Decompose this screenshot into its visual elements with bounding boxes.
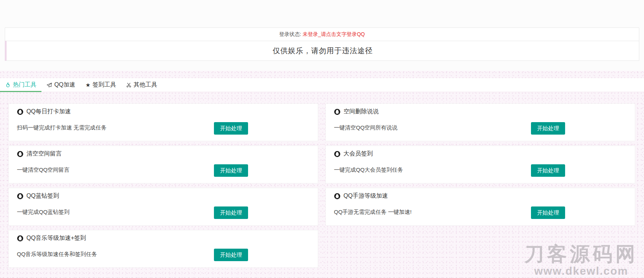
disclaimer-bar: 仅供娱乐，请勿用于违法途径 xyxy=(5,41,639,61)
qq-icon xyxy=(334,193,341,200)
tab-label: 签到工具 xyxy=(92,81,116,89)
tab-checkin-tools[interactable]: ★ 签到工具 xyxy=(80,78,121,92)
star-icon: ★ xyxy=(85,82,90,88)
start-process-button[interactable]: 开始处理 xyxy=(214,249,248,261)
start-process-button[interactable]: 开始处理 xyxy=(214,164,248,177)
login-status-label: 登录状态: xyxy=(279,31,301,38)
tab-label: QQ加速 xyxy=(54,81,75,89)
card-title-row: 清空空间留言 xyxy=(17,150,62,158)
card-title: QQ音乐等级加速+签到 xyxy=(26,234,86,242)
card-description: 一键清空QQ空间留言 xyxy=(17,167,69,173)
flame-icon xyxy=(5,82,11,88)
login-status-bar: 登录状态: 未登录_请点击文字登录QQ xyxy=(5,28,639,41)
card-title-row: QQ音乐等级加速+签到 xyxy=(17,234,86,242)
tool-card: 清空空间留言 一键清空QQ空间留言 开始处理 xyxy=(8,146,318,183)
scissors-icon xyxy=(126,83,131,88)
start-process-button[interactable]: 开始处理 xyxy=(531,122,565,135)
login-link[interactable]: 未登录_请点击文字登录QQ xyxy=(303,31,365,38)
tool-card: QQ手游等级加速 QQ手游无需完成任务 一键加速! 开始处理 xyxy=(325,188,635,226)
card-title: QQ蓝钻签到 xyxy=(26,192,59,200)
card-description: 一键完成QQ蓝钻签到 xyxy=(17,209,69,216)
watermark-url: www.dkewl.com xyxy=(524,266,638,277)
card-title-row: QQ手游等级加速 xyxy=(334,192,388,200)
qq-icon xyxy=(17,109,23,115)
tool-tabbar: 热门工具 QQ加速 ★ 签到工具 其他工具 xyxy=(0,78,644,92)
card-title: QQ每日打卡加速 xyxy=(26,108,71,116)
site-watermark: 刀客源码网 www.dkewl.com xyxy=(524,244,638,277)
card-title: 空间删除说说 xyxy=(343,108,379,116)
watermark-title: 刀客源码网 xyxy=(524,244,638,264)
tab-qq-speedup[interactable]: QQ加速 xyxy=(41,78,80,92)
qq-icon xyxy=(17,193,23,200)
tool-card: 空间删除说说 一键清空QQ空间所有说说 开始处理 xyxy=(325,103,635,141)
start-process-button[interactable]: 开始处理 xyxy=(214,206,248,219)
card-title-row: 空间删除说说 xyxy=(334,108,379,116)
card-description: QQ手游无需完成任务 一键加速! xyxy=(334,209,412,216)
card-title-row: QQ蓝钻签到 xyxy=(17,192,59,200)
qq-icon xyxy=(334,109,341,115)
tab-label: 其他工具 xyxy=(134,81,157,89)
paper-plane-icon xyxy=(47,83,52,88)
tab-hot-tools[interactable]: 热门工具 xyxy=(0,78,41,92)
tool-card: QQ每日打卡加速 扫码一键完成打卡加速 无需完成任务 开始处理 xyxy=(8,103,318,141)
qq-icon xyxy=(17,151,23,157)
card-title: 大会员签到 xyxy=(343,150,373,158)
card-title-row: QQ每日打卡加速 xyxy=(17,108,71,116)
card-title: 清空空间留言 xyxy=(26,150,62,158)
start-process-button[interactable]: 开始处理 xyxy=(531,206,565,219)
card-title-row: 大会员签到 xyxy=(334,150,373,158)
card-description: 一键完成QQ大会员签到任务 xyxy=(334,167,403,173)
card-title: QQ手游等级加速 xyxy=(343,192,388,200)
disclaimer-text: 仅供娱乐，请勿用于违法途径 xyxy=(273,46,373,56)
tool-card: QQ音乐等级加速+签到 QQ音乐等级加速任务和签到任务 开始处理 xyxy=(8,230,318,268)
qq-icon xyxy=(334,151,341,157)
tab-label: 热门工具 xyxy=(13,81,36,89)
card-description: 一键清空QQ空间所有说说 xyxy=(334,124,397,131)
tool-card: 大会员签到 一键完成QQ大会员签到任务 开始处理 xyxy=(325,146,635,183)
qq-icon xyxy=(17,235,23,242)
start-process-button[interactable]: 开始处理 xyxy=(214,122,248,135)
card-description: 扫码一键完成打卡加速 无需完成任务 xyxy=(17,124,106,131)
tab-other-tools[interactable]: 其他工具 xyxy=(121,78,162,92)
tool-card: QQ蓝钻签到 一键完成QQ蓝钻签到 开始处理 xyxy=(8,188,318,226)
start-process-button[interactable]: 开始处理 xyxy=(531,164,565,177)
card-description: QQ音乐等级加速任务和签到任务 xyxy=(17,251,97,258)
